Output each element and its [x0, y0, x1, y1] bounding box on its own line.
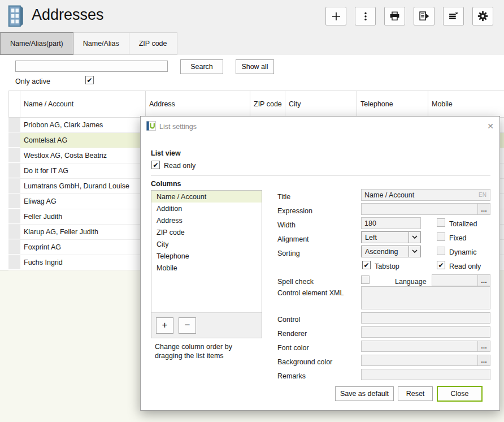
remove-column-button[interactable]: − — [179, 317, 196, 334]
renderer-input[interactable] — [362, 327, 490, 337]
divider — [151, 175, 490, 176]
ellipsis-icon: … — [481, 206, 487, 213]
column-header-address[interactable]: Address — [146, 91, 250, 117]
listview-readonly-checkbox[interactable]: ✔ — [151, 161, 160, 169]
control-input[interactable] — [362, 313, 490, 323]
renderer-label: Renderer — [277, 330, 307, 338]
page-title: Addresses — [32, 6, 104, 24]
list-view-heading: List view — [151, 149, 181, 157]
columns-list: Name / Account Addition Address ZIP code… — [151, 190, 262, 338]
language-field: … — [432, 274, 490, 286]
list-menu-button[interactable] — [443, 7, 464, 25]
report-button[interactable] — [414, 7, 435, 25]
tab-name-alias[interactable]: Name/Alias — [73, 32, 129, 55]
check-icon: ✔ — [363, 262, 369, 269]
tab-name-alias-part[interactable]: Name/Alias(part) — [0, 32, 73, 55]
language-browse-button[interactable]: … — [477, 275, 490, 286]
column-header-zip[interactable]: ZIP code — [250, 91, 285, 117]
header-toolbar — [325, 7, 493, 25]
control-xml-textarea[interactable] — [361, 286, 490, 309]
add-column-button[interactable]: + — [156, 317, 173, 334]
fixed-label: Fixed — [449, 234, 467, 242]
expression-browse-button[interactable]: … — [477, 204, 490, 214]
building-icon — [7, 5, 24, 28]
document-export-icon — [419, 11, 429, 21]
control-xml-label: Control element XML — [277, 289, 344, 297]
font-color-label: Font color — [277, 344, 309, 352]
sorting-select[interactable]: Ascending — [361, 246, 421, 257]
remarks-label: Remarks — [277, 372, 306, 380]
dynamic-checkbox[interactable] — [437, 247, 445, 255]
background-color-input[interactable] — [362, 355, 477, 365]
chevron-down-icon — [409, 232, 420, 243]
column-header-city[interactable]: City — [285, 91, 357, 117]
language-input[interactable] — [432, 275, 477, 286]
tab-zip-code[interactable]: ZIP code — [129, 32, 177, 55]
spellcheck-checkbox[interactable] — [361, 275, 370, 284]
kebab-menu-icon — [360, 11, 371, 21]
title-field: EN — [361, 189, 490, 201]
background-color-browse-button[interactable]: … — [477, 355, 490, 365]
totalized-label: Totalized — [449, 220, 477, 228]
column-item-address[interactable]: Address — [151, 214, 262, 226]
gear-icon — [477, 11, 488, 21]
column-item-city[interactable]: City — [151, 238, 262, 250]
spellcheck-label: Spell check — [277, 278, 314, 286]
tabstop-checkbox[interactable]: ✔ — [362, 261, 371, 269]
totalized-checkbox[interactable] — [437, 218, 445, 227]
more-actions-button[interactable] — [355, 7, 376, 25]
plus-icon: + — [162, 320, 168, 331]
dynamic-label: Dynamic — [449, 248, 477, 256]
readonly-label: Read only — [449, 262, 481, 270]
font-color-browse-button[interactable]: … — [477, 341, 490, 351]
column-item-addition[interactable]: Addition — [151, 203, 262, 214]
language-label: Language — [395, 278, 427, 286]
control-label: Control — [277, 316, 300, 324]
only-active-checkbox[interactable]: ✔ — [85, 76, 94, 84]
column-header-name[interactable]: Name / Account — [20, 91, 146, 117]
plus-icon — [331, 11, 341, 21]
title-input[interactable] — [362, 190, 479, 200]
table-header-gutter — [8, 91, 20, 117]
fixed-checkbox[interactable] — [437, 232, 445, 241]
language-badge: EN — [479, 192, 490, 198]
title-label: Title — [277, 193, 290, 201]
column-item-telephone[interactable]: Telephone — [151, 250, 262, 262]
search-button[interactable]: Search — [180, 59, 223, 74]
width-label: Width — [277, 221, 296, 229]
close-icon[interactable]: ✕ — [484, 120, 497, 132]
dialog-title: List settings — [159, 123, 197, 131]
check-icon: ✔ — [86, 77, 92, 84]
settings-button[interactable] — [472, 7, 493, 25]
minus-icon: − — [185, 320, 190, 331]
width-input[interactable] — [362, 218, 420, 229]
remarks-input[interactable] — [362, 369, 490, 380]
list-settings-dialog: List settings ✕ List view ✔ Read only Co… — [140, 116, 500, 411]
expression-input[interactable] — [362, 204, 477, 214]
ellipsis-icon: … — [481, 357, 487, 364]
background-color-label: Background color — [277, 358, 332, 366]
alignment-select[interactable]: Left — [361, 231, 421, 243]
column-item-name-account[interactable]: Name / Account — [151, 191, 262, 203]
column-header-mobile[interactable]: Mobile — [428, 91, 504, 117]
expression-field: … — [361, 203, 490, 215]
reset-button[interactable]: Reset — [398, 386, 433, 401]
search-input[interactable] — [15, 61, 168, 72]
tabstop-label: Tabstop — [375, 262, 399, 270]
sorting-label: Sorting — [277, 249, 300, 257]
column-item-zip-code[interactable]: ZIP code — [151, 226, 262, 238]
close-button[interactable]: Close — [437, 386, 483, 402]
save-as-default-button[interactable]: Save as default — [335, 386, 394, 401]
listview-readonly-label: Read only — [164, 162, 195, 170]
add-button[interactable] — [325, 7, 346, 25]
column-item-mobile[interactable]: Mobile — [151, 262, 262, 274]
font-color-input[interactable] — [362, 341, 477, 351]
show-all-button[interactable]: Show all — [236, 59, 274, 74]
width-field — [361, 217, 421, 229]
column-header-telephone[interactable]: Telephone — [357, 91, 428, 117]
app-header: Addresses — [0, 0, 504, 32]
ellipsis-icon: … — [481, 343, 487, 350]
print-button[interactable] — [384, 7, 405, 25]
check-icon: ✔ — [438, 262, 444, 269]
readonly-checkbox[interactable]: ✔ — [437, 261, 445, 269]
